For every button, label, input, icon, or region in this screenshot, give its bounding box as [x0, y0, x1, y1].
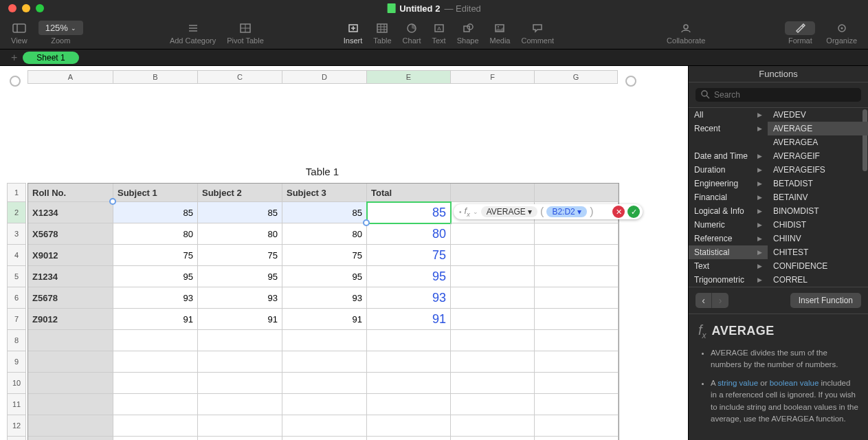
cell[interactable]: [451, 373, 535, 394]
category-item[interactable]: Statistical▶: [689, 245, 768, 259]
column-header-f[interactable]: F: [450, 70, 534, 84]
cell[interactable]: X1234: [28, 202, 113, 223]
cell[interactable]: [282, 437, 367, 440]
cell[interactable]: 85: [367, 202, 451, 223]
function-item[interactable]: AVEDEV: [768, 108, 868, 122]
shape-button[interactable]: Shape: [452, 20, 485, 46]
formula-function-token[interactable]: AVERAGE ▾: [481, 206, 537, 217]
category-item[interactable]: Numeric▶: [689, 218, 768, 232]
spreadsheet-canvas[interactable]: ABCDEFG Table 1 123456789101112131415161…: [0, 66, 688, 440]
formula-editor[interactable]: • fx ⌄ AVERAGE ▾ ( B2:D2 ▾ ) ✕ ✓: [454, 204, 643, 219]
cell[interactable]: 95: [113, 266, 198, 287]
cell[interactable]: [282, 351, 367, 373]
row-header-5[interactable]: 5: [7, 265, 26, 287]
sheet-tab[interactable]: Sheet 1: [23, 52, 78, 64]
insert-button[interactable]: Insert: [338, 20, 368, 46]
function-item[interactable]: BINOMDIST: [768, 204, 868, 218]
cell[interactable]: [198, 415, 282, 437]
cell[interactable]: 93: [282, 287, 367, 309]
cell[interactable]: 80: [113, 223, 198, 245]
category-item[interactable]: Text▶: [689, 259, 768, 273]
cell[interactable]: 95: [367, 266, 451, 287]
cell[interactable]: Z1234: [28, 266, 113, 287]
row-header-2[interactable]: 2: [7, 201, 26, 223]
collaborate-button[interactable]: Collaborate: [661, 20, 711, 46]
organize-button[interactable]: Organize: [821, 20, 863, 46]
cell[interactable]: [28, 437, 113, 440]
category-item[interactable]: Duration▶: [689, 163, 768, 177]
table-origin-handle[interactable]: [10, 76, 21, 87]
cell[interactable]: [535, 266, 619, 287]
chart-button[interactable]: Chart: [397, 20, 427, 46]
fullscreen-window-button[interactable]: [36, 4, 44, 12]
row-header-8[interactable]: 8: [7, 329, 26, 351]
cell[interactable]: 80: [198, 223, 282, 245]
column-header-c[interactable]: C: [197, 70, 282, 84]
formula-cancel-button[interactable]: ✕: [612, 206, 625, 218]
category-item[interactable]: [689, 135, 768, 149]
cell[interactable]: [28, 351, 113, 373]
zoom-control[interactable]: 125%⌄ Zoom: [33, 20, 89, 46]
cell[interactable]: [535, 309, 619, 330]
category-item[interactable]: Engineering▶: [689, 177, 768, 190]
cell[interactable]: [367, 415, 451, 437]
header-cell[interactable]: Subject 3: [282, 184, 367, 202]
category-item[interactable]: Trigonometric▶: [689, 273, 768, 287]
cell[interactable]: [535, 330, 619, 351]
cell[interactable]: [451, 223, 535, 245]
cell[interactable]: 75: [282, 245, 367, 266]
cell[interactable]: [535, 351, 619, 373]
add-sheet-button[interactable]: +: [5, 52, 23, 64]
category-item[interactable]: Reference▶: [689, 232, 768, 245]
cell[interactable]: [282, 415, 367, 437]
format-button[interactable]: Format: [779, 20, 821, 46]
cell[interactable]: 91: [282, 309, 367, 330]
cell[interactable]: 91: [198, 309, 282, 330]
cell[interactable]: 75: [198, 245, 282, 266]
cell[interactable]: [113, 415, 198, 437]
cell[interactable]: [113, 373, 198, 394]
row-header-11[interactable]: 11: [7, 393, 26, 415]
cell[interactable]: [367, 437, 451, 440]
cell[interactable]: [535, 223, 619, 245]
cell[interactable]: X5678: [28, 223, 113, 245]
column-header-b[interactable]: B: [113, 70, 197, 84]
cell[interactable]: [367, 373, 451, 394]
row-header-6[interactable]: 6: [7, 287, 26, 308]
cell[interactable]: [535, 245, 619, 266]
formula-confirm-button[interactable]: ✓: [627, 206, 640, 218]
cell[interactable]: 80: [367, 223, 451, 245]
category-item[interactable]: Recent▶: [689, 122, 768, 135]
cell[interactable]: [535, 394, 619, 415]
cell[interactable]: 85: [113, 202, 198, 223]
cell[interactable]: [451, 330, 535, 351]
cell[interactable]: [535, 437, 619, 440]
header-cell[interactable]: Subject 2: [198, 184, 282, 202]
row-header-7[interactable]: 7: [7, 308, 26, 329]
nav-forward-button[interactable]: ›: [712, 293, 728, 308]
cell[interactable]: Z9012: [28, 309, 113, 330]
function-item[interactable]: AVERAGEIF: [768, 149, 868, 163]
row-header-1[interactable]: 1: [7, 183, 26, 201]
view-button[interactable]: View: [5, 20, 33, 46]
cell[interactable]: [198, 330, 282, 351]
cell[interactable]: [198, 437, 282, 440]
cell[interactable]: [28, 394, 113, 415]
column-header-a[interactable]: A: [27, 70, 113, 84]
cell[interactable]: 75: [113, 245, 198, 266]
cell[interactable]: [451, 266, 535, 287]
close-window-button[interactable]: [8, 4, 16, 12]
header-cell[interactable]: [535, 184, 619, 202]
string-value-link[interactable]: string value: [717, 379, 758, 387]
cell[interactable]: [367, 330, 451, 351]
function-item[interactable]: CHIINV: [768, 232, 868, 245]
cell[interactable]: [198, 373, 282, 394]
cell[interactable]: [198, 351, 282, 373]
cell[interactable]: [28, 373, 113, 394]
table-button[interactable]: Table: [368, 20, 397, 46]
function-item[interactable]: AVERAGEIFS: [768, 163, 868, 177]
cell[interactable]: [451, 309, 535, 330]
comment-button[interactable]: Comment: [515, 20, 559, 46]
cell[interactable]: 93: [198, 287, 282, 309]
row-header-4[interactable]: 4: [7, 244, 26, 265]
